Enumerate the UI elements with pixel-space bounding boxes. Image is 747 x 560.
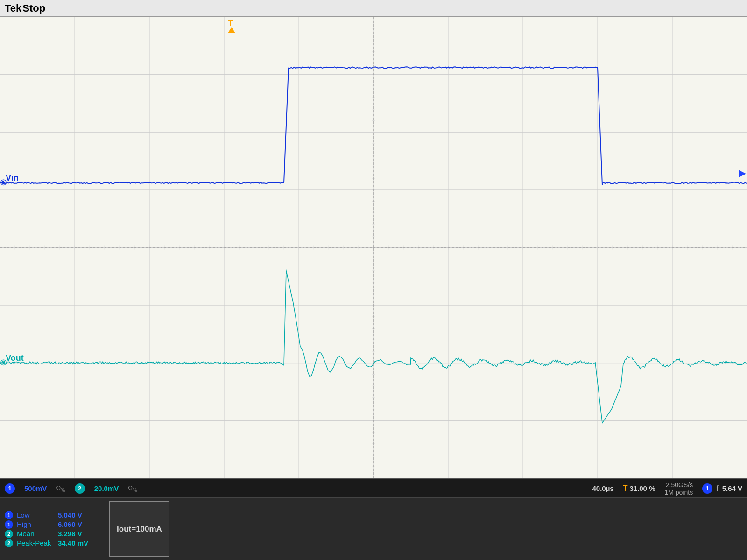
ch1-coupling: Ω% xyxy=(56,484,65,493)
trig-badge: T 31.00 % xyxy=(623,484,655,493)
measurements-row: 1 Low 5.040 V 1 High 6.060 V 2 Mean 3.29… xyxy=(0,498,747,560)
meas-ch1-badge: 1 xyxy=(5,511,13,519)
trig-percent: 31.00 % xyxy=(629,484,655,492)
trig-ch-badge: 1 xyxy=(702,483,712,494)
meas-pp-label: Peak-Peak xyxy=(17,539,54,547)
sample-points: 1M points xyxy=(664,489,693,496)
meas-high-value: 6.060 V xyxy=(58,520,82,528)
meas-low-value: 5.040 V xyxy=(58,511,82,519)
trigger-info: 1 f 5.64 V xyxy=(702,483,742,494)
meas-high-label: High xyxy=(17,520,54,528)
trig-level: 5.64 V xyxy=(722,484,742,492)
oscilloscope-display: Tek Stop 1 500mV Ω% 2 20.0mV Ω% xyxy=(0,0,747,560)
time-info: 40.0µs T 31.00 % 2.50GS/s 1M points 1 f xyxy=(592,481,742,496)
measurements-group: 1 Low 5.040 V 1 High 6.060 V 2 Mean 3.29… xyxy=(5,501,88,557)
meas-ch1-badge2: 1 xyxy=(5,520,13,529)
ch2-scale: 20.0mV xyxy=(94,484,119,492)
ch1-badge[interactable]: 1 xyxy=(5,483,15,494)
channel-info-row: 1 500mV Ω% 2 20.0mV Ω% 40.0µs T 31.00 % … xyxy=(0,479,747,498)
trig-type: f xyxy=(716,484,718,493)
annotation-text: Iout=100mA xyxy=(117,525,162,534)
meas-low-label: Low xyxy=(17,511,54,519)
ch2-badge[interactable]: 2 xyxy=(75,483,85,494)
status-text: Stop xyxy=(22,2,45,14)
ch1-scale: 500mV xyxy=(24,484,47,492)
meas-mean-label: Mean xyxy=(17,530,54,538)
meas-ch2-badge2: 2 xyxy=(5,539,13,547)
meas-peakpeak: 2 Peak-Peak 34.40 mV xyxy=(5,539,88,547)
screen-area: 1 500mV Ω% 2 20.0mV Ω% 40.0µs T 31.00 % … xyxy=(0,17,747,560)
meas-low: 1 Low 5.040 V xyxy=(5,511,88,519)
meas-pp-value: 34.40 mV xyxy=(58,539,88,547)
meas-high: 1 High 6.060 V xyxy=(5,520,88,529)
annotation-box: Iout=100mA xyxy=(109,501,169,557)
timebase-division: 40.0µs xyxy=(592,484,613,492)
waveform-canvas xyxy=(0,17,747,478)
meas-ch2-badge: 2 xyxy=(5,530,13,538)
sample-rate: 2.50GS/s xyxy=(666,481,693,489)
meas-mean-value: 3.298 V xyxy=(58,530,82,538)
bottom-panel: 1 500mV Ω% 2 20.0mV Ω% 40.0µs T 31.00 % … xyxy=(0,478,747,560)
brand-name: Tek xyxy=(5,2,21,14)
title-bar: Tek Stop xyxy=(0,0,747,17)
meas-mean: 2 Mean 3.298 V xyxy=(5,530,88,538)
ch2-coupling: Ω% xyxy=(128,484,137,493)
waveform-area xyxy=(0,17,747,478)
